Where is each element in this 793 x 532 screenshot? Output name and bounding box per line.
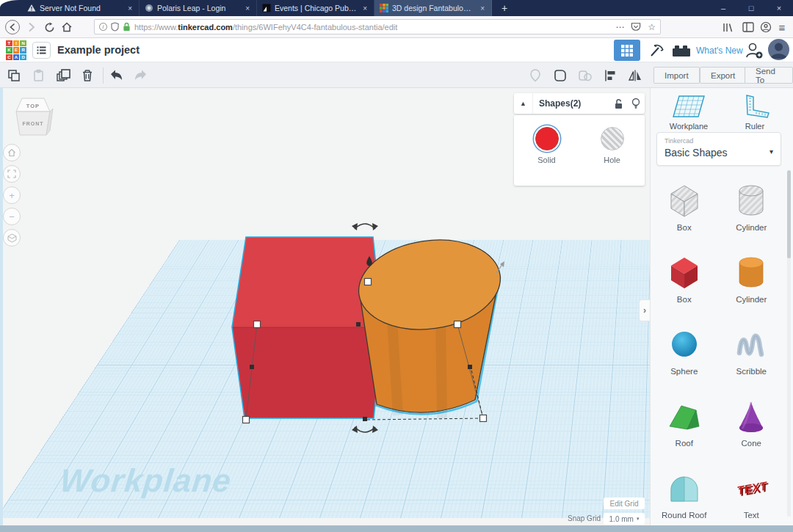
shape-tile-roof[interactable]: Roof	[651, 386, 718, 458]
avatar[interactable]	[768, 39, 789, 60]
brick-export-button[interactable]	[670, 40, 693, 61]
shape-tile-sphere[interactable]: Sphere	[651, 314, 718, 386]
hole-box-icon	[665, 181, 703, 219]
group-button[interactable]	[551, 67, 569, 84]
menu-icon[interactable]: ≡	[772, 16, 792, 38]
url-bar[interactable]: i https://www.tinkercad.com/things/6WIFe…	[94, 19, 661, 34]
perspective-icon	[7, 233, 17, 243]
library-site-icon	[262, 4, 271, 12]
align-button[interactable]	[601, 67, 619, 84]
tab-close-icon[interactable]: ×	[126, 4, 134, 12]
fit-view-button[interactable]	[3, 165, 21, 183]
hole-swatch[interactable]: Hole	[601, 127, 624, 164]
close-button[interactable]: ×	[765, 0, 793, 16]
zoom-out-button[interactable]: −	[3, 208, 21, 225]
orange-cylinder-icon	[732, 253, 770, 291]
shape-tile-cone[interactable]: Cone	[718, 386, 786, 458]
shape-tile-text[interactable]: TEXT TEXT Text	[718, 458, 786, 530]
minimize-button[interactable]: –	[709, 0, 737, 16]
edit-grid-button[interactable]: Edit Grid	[604, 498, 645, 509]
shape-library-dropdown[interactable]: Tinkercad Basic Shapes ▾	[656, 132, 781, 166]
tab-polaris-leap[interactable]: Polaris Leap - Login ×	[140, 0, 257, 16]
pocket-icon[interactable]	[631, 22, 641, 32]
view-cube[interactable]: TOP FRONT	[12, 92, 54, 144]
snap-grid-select[interactable]: 1.0 mm ▾	[604, 513, 645, 525]
url-text[interactable]: https://www.tinkercad.com/things/6WIFehy…	[134, 23, 612, 32]
shape-tile-hole-box[interactable]: Box	[651, 170, 718, 242]
redo-button[interactable]	[132, 67, 150, 84]
shape-tile-cylinder[interactable]: Cylinder	[718, 242, 786, 314]
sidebar-scrollbar-thumb[interactable]	[787, 170, 791, 258]
tab-close-icon[interactable]: ×	[361, 4, 369, 12]
shapes-sidebar: Workplane Ruler Tinkercad Basic Shapes ▾	[650, 88, 793, 525]
view-cube-front-label: FRONT	[22, 121, 43, 126]
shape-label: Roof	[676, 439, 693, 448]
copy-button[interactable]	[5, 67, 23, 84]
new-tab-button[interactable]: +	[495, 0, 514, 16]
design-properties-button[interactable]	[32, 42, 51, 59]
tab-tinkercad-active[interactable]: 3D design Fantabulous Stantia ×	[374, 0, 492, 16]
tab-close-icon[interactable]: ×	[479, 4, 486, 12]
lock-button[interactable]	[609, 98, 627, 109]
shape-tile-scribble[interactable]: Scribble	[718, 314, 786, 386]
tab-close-icon[interactable]: ×	[244, 4, 251, 12]
send-to-button[interactable]: Send To	[745, 67, 793, 84]
whats-new-link[interactable]: What's New	[696, 45, 743, 56]
page-actions-icon[interactable]: ⋯	[615, 22, 624, 32]
perspective-toggle-button[interactable]	[3, 229, 21, 247]
show-all-button[interactable]	[526, 67, 544, 84]
maximize-button[interactable]: □	[737, 0, 765, 16]
shape-tile-box[interactable]: Box	[651, 242, 718, 314]
bookmark-star-icon[interactable]: ☆	[648, 22, 656, 32]
snap-grid-value: 1.0 mm	[609, 515, 634, 523]
undo-button[interactable]	[107, 67, 125, 84]
shape-label: Scribble	[736, 367, 767, 376]
view-home-button[interactable]	[3, 144, 21, 161]
navigation-bar: i https://www.tinkercad.com/things/6WIFe…	[0, 16, 793, 38]
warning-icon	[27, 4, 36, 12]
ruler-tool[interactable]: Ruler	[723, 94, 787, 131]
home-view-icon	[7, 148, 16, 157]
home-button[interactable]	[57, 16, 76, 38]
delete-button[interactable]	[79, 67, 96, 84]
https-lock-icon[interactable]	[123, 22, 131, 32]
panel-collapse-handle[interactable]: ›	[639, 299, 650, 321]
back-button[interactable]	[3, 16, 22, 38]
grid-view-button[interactable]	[614, 40, 640, 61]
ungroup-button[interactable]	[576, 67, 594, 84]
shapes-panel-body: Solid Hole	[514, 115, 645, 186]
project-name[interactable]: Example project	[57, 44, 140, 56]
sidebars-icon[interactable]	[739, 16, 758, 38]
url-scheme: https://www.	[134, 23, 178, 32]
tab-server-not-found[interactable]: Server Not Found ×	[22, 0, 140, 16]
shield-icon[interactable]	[111, 22, 119, 32]
window-left-border	[0, 88, 3, 525]
export-button[interactable]: Export	[700, 67, 746, 84]
mirror-button[interactable]	[626, 67, 644, 84]
shape-label: Text	[744, 511, 759, 520]
shape-tile-hole-cylinder[interactable]: Cylinder	[718, 170, 786, 242]
tinkercad-logo[interactable]: TIN KER CAD	[6, 40, 26, 60]
collapse-panel-button[interactable]: ▲	[514, 93, 533, 114]
solid-swatch[interactable]: Solid	[535, 127, 559, 164]
invite-button[interactable]	[743, 40, 765, 61]
tab-chicago-library[interactable]: Events | Chicago Public Library ×	[257, 0, 374, 16]
library-selected: Basic Shapes	[665, 147, 773, 158]
library-icon[interactable]	[718, 16, 737, 38]
minecraft-export-button[interactable]	[646, 40, 667, 61]
reload-button[interactable]	[40, 16, 59, 38]
round-roof-icon	[665, 469, 703, 507]
scribble-icon	[732, 325, 770, 363]
page-info-icon[interactable]: i	[99, 23, 107, 31]
hide-button[interactable]	[627, 98, 645, 109]
workplane-tool[interactable]: Workplane	[656, 94, 721, 131]
tab-title: Events | Chicago Public Library	[275, 4, 358, 12]
hole-label: Hole	[604, 156, 620, 164]
paste-button[interactable]	[29, 67, 47, 84]
shape-tile-round-roof[interactable]: Round Roof	[651, 458, 718, 530]
duplicate-button[interactable]	[55, 67, 73, 84]
import-button[interactable]: Import	[653, 67, 700, 84]
forward-button[interactable]	[22, 16, 41, 38]
zoom-in-button[interactable]: +	[3, 186, 21, 204]
shape-label: Box	[677, 223, 692, 232]
